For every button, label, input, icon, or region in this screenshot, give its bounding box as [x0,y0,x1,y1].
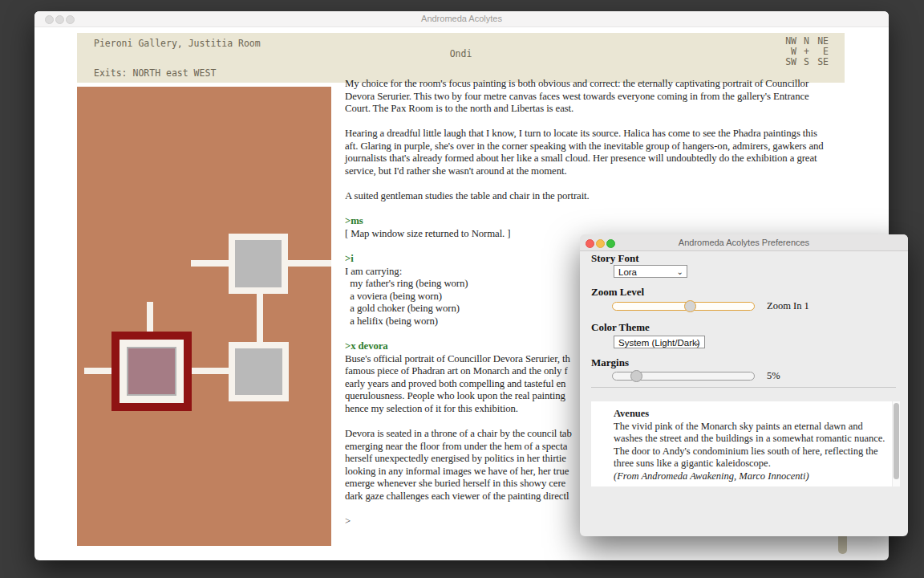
color-theme-select[interactable]: System (Light/Dark) ⌄ [614,336,705,348]
preview-attribution: (From Andromeda Awakening, Marco Innocen… [614,470,890,483]
map-connection-east-top [288,260,331,267]
preview-body: The vivid pink of the Monarch sky paints… [614,421,890,470]
preferences-dialog: Andromeda Acolytes Preferences Story Fon… [580,234,908,536]
chevron-down-icon: ⌄ [677,266,683,279]
chevron-down-icon: ⌄ [695,336,701,349]
map-room-east-fill [235,348,282,395]
compass-se: SE [817,56,829,67]
compass-rose: NW N NE W + E SW S SE [784,35,829,67]
status-bar: Pieroni Gallery, Justitia Room Ondi Exit… [77,33,845,83]
story-paragraph: Hearing a dreadful little laugh that I k… [345,128,833,177]
story-font-label: Story Font [591,252,639,265]
map-connection-west-current [84,368,111,374]
zoom-level-label: Zoom Level [591,286,644,299]
map-room-current-fill [128,348,175,394]
map-room-current [111,332,192,411]
color-theme-label: Color Theme [591,321,650,334]
zoom-level-value: Zoom In 1 [767,300,809,312]
map-connection-west-top [191,260,229,267]
zoom-level-slider[interactable] [612,302,755,311]
story-paragraph: A suited gentleman studies the table and… [345,190,833,203]
map-panel [77,87,331,546]
map-connection-north-current [147,302,153,332]
story-font-value: Lora [618,267,637,277]
font-preview-pane: Avenues The vivid pink of the Monarch sk… [591,401,900,486]
map-connection-vertical [257,294,263,342]
compass-e: E [817,46,829,56]
zoom-slider-thumb[interactable] [684,300,696,312]
room-name: Pieroni Gallery, Justitia Room [94,38,261,49]
compass-nw: NW [784,35,796,46]
story-font-select[interactable]: Lora ⌄ [614,265,687,278]
compass-w: W [784,46,796,56]
margins-label: Margins [591,356,629,369]
desktop-background: Andromeda Acolytes Pieroni Gallery, Just… [0,0,924,578]
preferences-titlebar[interactable]: Andromeda Acolytes Preferences [580,234,908,251]
map-room-north [229,234,288,294]
preferences-title: Andromeda Acolytes Preferences [580,238,908,247]
divider [591,387,896,388]
command-echo: >ms [345,215,833,228]
color-theme-value: System (Light/Dark) [618,338,700,348]
map-connection-east-current [192,368,229,374]
story-paragraph: My choice for the room's focus painting … [345,78,833,116]
compass-n: N [803,35,810,46]
window-title: Andromeda Acolytes [34,14,889,23]
preview-heading: Avenues [614,408,890,421]
compass-s: S [803,56,810,67]
exits-list: Exits: NORTH east WEST [94,67,216,79]
compass-ne: NE [817,35,829,46]
margins-value: 5% [767,370,780,382]
map-room-east [229,342,289,401]
game-window-titlebar[interactable]: Andromeda Acolytes [34,11,889,27]
compass-center: + [803,46,810,56]
character-name: Ondi [77,48,845,59]
preview-scrollbar[interactable] [892,401,900,486]
map-room-north-fill [235,240,282,287]
margins-slider[interactable] [612,372,755,381]
margins-slider-thumb[interactable] [630,370,642,382]
preview-scrollbar-thumb[interactable] [894,403,899,479]
compass-sw: SW [784,56,796,67]
